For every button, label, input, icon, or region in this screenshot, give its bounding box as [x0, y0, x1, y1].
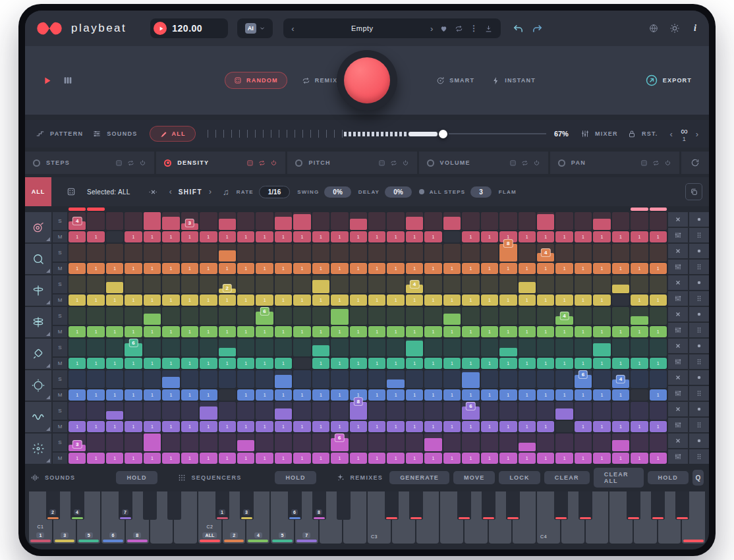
density-step-cell[interactable] [275, 307, 292, 325]
density-step-cell[interactable] [368, 212, 385, 230]
density-step-cell[interactable] [275, 370, 292, 388]
track-clear-button[interactable] [668, 244, 688, 258]
density-step-cell[interactable] [256, 370, 273, 388]
step-cell[interactable]: 1 [387, 263, 404, 274]
density-step-cell[interactable] [406, 339, 423, 356]
all-steps-value[interactable]: 3 [470, 186, 492, 198]
clear-button[interactable]: CLEAR [544, 471, 590, 484]
density-step-cell[interactable] [406, 434, 423, 451]
step-cell[interactable]: 1 [125, 421, 142, 432]
density-step-cell[interactable] [481, 212, 498, 230]
step-cell[interactable]: 1 [162, 453, 179, 464]
track-drag-handle[interactable] [689, 228, 709, 242]
density-step-cell[interactable] [237, 275, 254, 293]
step-cell[interactable]: 1 [631, 294, 648, 306]
density-step-cell[interactable] [200, 402, 217, 420]
step-cell[interactable]: 1 [237, 421, 254, 432]
density-step-cell[interactable] [424, 212, 441, 230]
track-velocity-button[interactable] [668, 418, 688, 432]
crossfade-icon[interactable] [148, 187, 158, 197]
step-cell[interactable]: 1 [350, 294, 367, 306]
step-cell[interactable]: 1 [406, 231, 423, 242]
step-cell[interactable]: 1 [650, 326, 667, 337]
step-cell[interactable]: 1 [331, 421, 348, 432]
power-icon[interactable] [533, 159, 540, 167]
track-icon-button[interactable] [25, 339, 51, 369]
step-cell[interactable]: 1 [350, 421, 367, 432]
step-cell[interactable]: 1 [462, 421, 479, 432]
density-step-cell[interactable] [612, 434, 629, 451]
step-cell[interactable]: 1 [162, 294, 179, 306]
step-cell[interactable]: 1 [200, 421, 217, 432]
track-drag-handle[interactable] [689, 323, 709, 337]
density-step-cell[interactable] [144, 370, 161, 388]
density-step-cell[interactable] [162, 339, 179, 356]
track-icon-button[interactable] [25, 244, 51, 274]
piano-key-black[interactable] [506, 491, 520, 520]
density-step-cell[interactable] [312, 370, 329, 388]
density-step-cell[interactable] [237, 244, 254, 262]
density-step-cell[interactable] [87, 275, 104, 293]
step-cell[interactable]: 1 [406, 358, 423, 369]
density-step-cell[interactable] [519, 307, 536, 325]
preview-play-icon[interactable] [42, 76, 52, 86]
density-step-cell[interactable] [406, 244, 423, 262]
piano-key-black[interactable] [457, 491, 471, 520]
density-step-cell[interactable] [312, 212, 329, 230]
step-cell[interactable]: 1 [350, 263, 367, 274]
density-step-cell[interactable] [462, 244, 479, 262]
step-cell[interactable]: 1 [631, 231, 648, 242]
step-cell[interactable]: 1 [331, 453, 348, 464]
density-step-cell[interactable] [462, 339, 479, 356]
bpm-value[interactable]: 120.00 [172, 23, 202, 34]
density-step-cell[interactable] [424, 275, 441, 293]
step-cell[interactable]: 1 [519, 294, 536, 306]
step-cell[interactable]: 1 [443, 294, 461, 306]
step-cell[interactable]: 1 [424, 389, 441, 401]
step-cell[interactable]: 1 [593, 326, 610, 337]
density-step-cell[interactable] [181, 244, 198, 262]
density-step-cell[interactable] [555, 212, 573, 230]
step-cell[interactable]: 1 [443, 326, 461, 337]
website-icon[interactable] [648, 23, 659, 34]
track-clear-button[interactable] [668, 275, 688, 290]
step-cell[interactable]: 1 [481, 294, 498, 306]
density-step-cell[interactable] [631, 212, 648, 230]
step-cell[interactable]: 1 [219, 326, 236, 337]
step-cell[interactable]: 1 [462, 453, 479, 464]
reload-preset-icon[interactable] [455, 24, 463, 33]
power-icon[interactable] [402, 159, 409, 167]
ai-dropdown[interactable]: AI [237, 18, 273, 38]
step-cell[interactable]: 1 [312, 294, 329, 306]
piano-key-black[interactable] [627, 491, 640, 520]
dice-icon[interactable] [115, 159, 123, 167]
step-cell[interactable]: 1 [181, 358, 198, 369]
step-cell[interactable]: 1 [106, 358, 123, 369]
step-cell[interactable]: 1 [144, 263, 161, 274]
step-cell[interactable]: 1 [462, 326, 479, 337]
density-step-cell[interactable] [106, 275, 123, 293]
step-cell[interactable]: 1 [87, 421, 104, 432]
generate-button[interactable]: GENERATE [389, 471, 449, 484]
density-step-cell[interactable] [312, 307, 329, 325]
density-step-cell[interactable] [293, 339, 310, 356]
step-cell[interactable]: 1 [519, 231, 536, 242]
step-cell[interactable]: 1 [200, 263, 217, 274]
shift-right-button[interactable]: › [209, 187, 212, 196]
density-step-cell[interactable]: 3 [181, 212, 198, 230]
density-step-cell[interactable] [593, 402, 610, 420]
step-cell[interactable]: 1 [462, 294, 479, 306]
density-step-cell[interactable] [481, 370, 498, 388]
density-step-cell[interactable] [481, 275, 498, 293]
step-cell[interactable]: 1 [106, 294, 123, 306]
step-cell[interactable]: 1 [237, 326, 254, 337]
density-step-cell[interactable] [650, 212, 667, 230]
track-drag-handle[interactable] [689, 386, 709, 401]
dice-icon[interactable] [67, 187, 76, 196]
piano-key-black[interactable] [675, 491, 689, 520]
mixer-button[interactable]: MIXER [580, 129, 618, 138]
piano-key-black[interactable] [385, 491, 399, 520]
step-cell[interactable]: 1 [312, 453, 329, 464]
track-velocity-button[interactable] [668, 260, 688, 274]
density-step-cell[interactable] [424, 339, 441, 356]
